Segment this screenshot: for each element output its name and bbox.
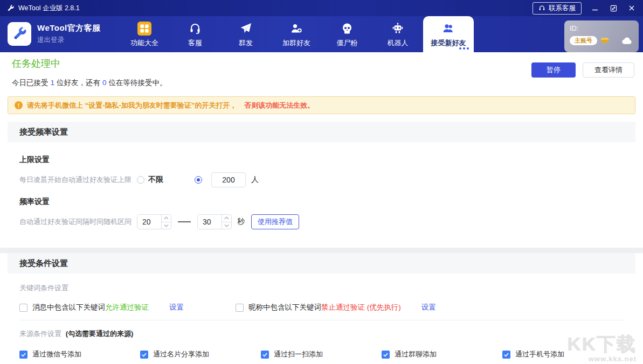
- rate-subtitle: 频率设置: [19, 197, 624, 207]
- cloud-icon: [621, 34, 633, 47]
- nav-item-label: 接受新好友: [431, 38, 466, 48]
- checkbox-checked-icon: [502, 351, 510, 359]
- rate-min-stepper: [137, 214, 171, 229]
- rate-max-input[interactable]: [198, 215, 222, 229]
- maximize-button[interactable]: [609, 3, 618, 13]
- skull-icon: [341, 21, 354, 36]
- source-option-label: 通过手机号添加: [515, 349, 564, 359]
- id-label: ID:: [570, 24, 633, 32]
- allow-keyword-emphasis: 允许通过验证: [105, 303, 149, 312]
- stepper-up-icon[interactable]: [222, 215, 231, 222]
- deny-keyword-emphasis: 禁止通过验证 (优先执行): [321, 303, 401, 312]
- rate-max-stepper: [197, 214, 232, 229]
- stepper-up-icon[interactable]: [162, 215, 171, 222]
- use-recommended-button[interactable]: 使用推荐值: [251, 214, 299, 229]
- allow-keyword-checkbox[interactable]: [19, 304, 27, 312]
- status-text: 位好友，还有: [57, 79, 100, 87]
- nav-item-add-group-friends[interactable]: 加群好友: [271, 16, 322, 52]
- account-id-panel[interactable]: ID: 主账号: [564, 20, 639, 52]
- rate-unit: 秒: [237, 217, 245, 227]
- nav-item-mass-send[interactable]: 群发: [220, 16, 271, 52]
- warning-text-emphasis: 否则该功能无法生效。: [244, 101, 314, 110]
- source-note: (勾选需要通过的来源): [66, 330, 134, 338]
- configure-deny-keywords-link[interactable]: 设置: [421, 303, 436, 312]
- limit-value-input[interactable]: [211, 172, 246, 187]
- app-logo: [8, 22, 31, 46]
- checkbox-checked-icon: [382, 351, 390, 359]
- more-dots-icon[interactable]: [459, 47, 469, 50]
- nav-item-customer-service[interactable]: 客服: [170, 16, 220, 52]
- section-title: 接受频率设置: [8, 122, 635, 142]
- waiting-count: 0: [102, 79, 107, 87]
- accepted-count: 1: [51, 79, 55, 87]
- exclamation-icon: !: [15, 101, 23, 109]
- deny-keyword-checkbox[interactable]: [236, 304, 244, 312]
- people-icon: [442, 21, 455, 36]
- checkbox-checked-icon: [261, 351, 269, 359]
- account-name: WeTool官方客服: [37, 23, 101, 33]
- nav-item-zombie-fans[interactable]: 僵尸粉: [322, 16, 372, 52]
- divider: [19, 320, 624, 320]
- headset-icon: [189, 21, 202, 36]
- source-option-label: 通过微信号添加: [32, 349, 81, 359]
- warning-banner: ! 请先将手机微信上 “设置-隐私-加我为朋友时需要验证”的开关打开， 否则该功…: [8, 96, 635, 114]
- source-option-phone-number[interactable]: 通过手机号添加: [502, 349, 623, 359]
- navbar: WeTool官方客服 退出登录 功能大全 客服 群发: [0, 16, 643, 52]
- nav-item-label: 功能大全: [130, 38, 158, 48]
- stepper-down-icon[interactable]: [162, 222, 171, 229]
- robot-icon: [391, 21, 404, 36]
- wrench-icon: [6, 4, 15, 12]
- add-person-icon: [290, 21, 303, 36]
- source-subtitle: 来源条件设置: [19, 330, 61, 338]
- view-details-button[interactable]: 查看详情: [583, 62, 634, 78]
- source-option-label: 通过名片分享添加: [153, 349, 209, 359]
- status-text: 位在等待接受中。: [109, 79, 167, 87]
- nav-item-features[interactable]: 功能大全: [119, 16, 170, 52]
- rate-min-input[interactable]: [137, 215, 161, 229]
- allow-keyword-label: 消息中包含以下关键词: [32, 303, 105, 312]
- headset-icon: [538, 5, 545, 12]
- keyword-subtitle: 关键词条件设置: [19, 283, 624, 293]
- titlebar: WeTool 企业版 2.8.1 联系客服: [0, 0, 643, 16]
- section-title: 接受条件设置: [8, 253, 635, 274]
- window-title: WeTool 企业版 2.8.1: [18, 4, 80, 13]
- source-option-label: 通过扫一扫添加: [274, 349, 323, 359]
- nav-item-label: 加群好友: [282, 38, 310, 48]
- radio-unlimited[interactable]: [137, 176, 144, 184]
- minimize-button[interactable]: [590, 3, 600, 13]
- diamond-icon: [600, 37, 609, 45]
- main-nav: 功能大全 客服 群发 加群好友: [119, 16, 474, 52]
- checkbox-checked-icon: [19, 351, 27, 359]
- radio-unlimited-label[interactable]: 不限: [148, 175, 163, 185]
- limit-subtitle: 上限设置: [19, 155, 624, 165]
- pause-button[interactable]: 暂停: [531, 62, 576, 78]
- section-gap: [0, 248, 643, 253]
- source-option-wechat-id[interactable]: 通过微信号添加: [19, 349, 140, 359]
- configure-allow-keywords-link[interactable]: 设置: [169, 303, 184, 312]
- nav-item-label: 群发: [239, 38, 253, 48]
- nav-item-label: 机器人: [388, 38, 409, 48]
- contact-support-button[interactable]: 联系客服: [533, 2, 582, 15]
- logout-link[interactable]: 退出登录: [37, 36, 101, 45]
- nav-item-accept-new-friends[interactable]: 接受新好友: [423, 16, 474, 52]
- source-option-group-chat[interactable]: 通过群聊添加: [382, 349, 502, 359]
- nav-item-label: 客服: [188, 38, 202, 48]
- main-content: 任务处理中 今日已接受1位好友，还有0位在等待接受中。 暂停 查看详情 ! 请先…: [0, 52, 643, 364]
- radio-limit[interactable]: [195, 176, 202, 184]
- send-icon: [239, 21, 252, 36]
- stepper-down-icon[interactable]: [222, 222, 231, 229]
- condition-settings-card: 接受条件设置 关键词条件设置 消息中包含以下关键词 允许通过验证 设置 昵称中包…: [8, 253, 635, 364]
- rate-label: 自动通过好友验证间隔时间随机区间: [19, 217, 132, 227]
- source-option-scan-qr[interactable]: 通过扫一扫添加: [261, 349, 382, 359]
- source-option-card-share[interactable]: 通过名片分享添加: [140, 349, 261, 359]
- checkbox-checked-icon: [140, 351, 148, 359]
- deny-keyword-label: 昵称中包含以下关键词: [248, 303, 321, 312]
- task-status: 今日已接受1位好友，还有0位在等待接受中。: [12, 78, 631, 88]
- wetool-window: WeTool 企业版 2.8.1 联系客服: [0, 0, 643, 364]
- limit-label: 每日凌晨开始自动通过好友验证上限: [19, 175, 132, 185]
- nav-item-robot[interactable]: 机器人: [372, 16, 423, 52]
- frequency-settings-card: 接受频率设置 上限设置 每日凌晨开始自动通过好友验证上限 不限 人 频率设置 自…: [8, 122, 635, 240]
- main-account-badge: 主账号: [570, 36, 597, 45]
- status-text: 今日已接受: [12, 79, 49, 87]
- close-button[interactable]: [627, 3, 637, 13]
